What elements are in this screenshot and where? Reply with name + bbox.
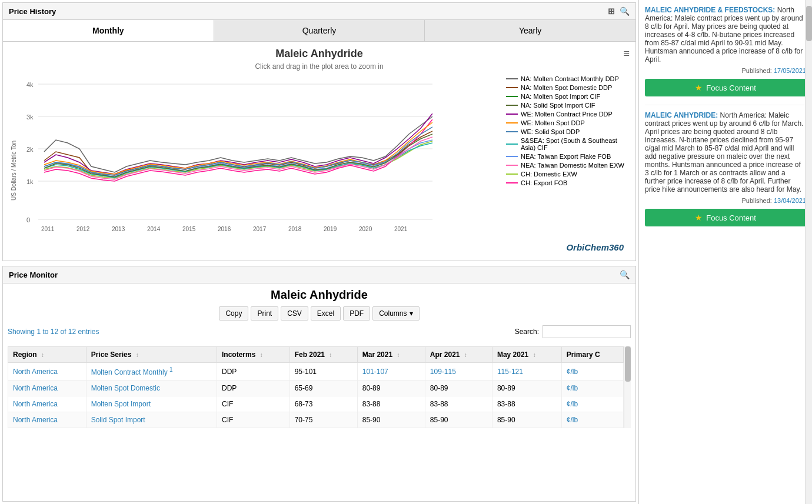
- main-content: Price History ⊞ 🔍 Monthly Quarterly Year…: [0, 0, 638, 504]
- scrollbar-track[interactable]: [624, 346, 631, 428]
- legend-item-8: S&SEA: Spot (South & Southeast Asia) CIF: [506, 137, 630, 151]
- search-icon[interactable]: 🔍: [620, 6, 630, 16]
- row4-primary[interactable]: ¢/lb: [567, 416, 578, 424]
- svg-text:2019: 2019: [324, 226, 337, 232]
- monitor-table-title: Maleic Anhydride: [8, 288, 631, 302]
- row4-price-series[interactable]: Solid Spot Import: [91, 416, 145, 424]
- showing-to: 12: [51, 328, 58, 336]
- col-mar[interactable]: Mar 2021 ↕: [357, 347, 425, 363]
- article-1-date: 17/05/2021: [774, 67, 806, 74]
- showing-text: Showing 1 to 12 of 12 entries: [8, 328, 99, 336]
- legend-color-5: [506, 114, 518, 115]
- columns-button[interactable]: Columns ▾: [372, 306, 419, 321]
- row2-apr: 80-89: [425, 380, 492, 396]
- row2-incoterms: DDP: [217, 380, 290, 396]
- svg-text:1k: 1k: [26, 178, 34, 185]
- row1-apr[interactable]: 109-115: [430, 368, 456, 376]
- col-region[interactable]: Region ↕: [8, 347, 86, 363]
- price-table: Region ↕ Price Series ↕ Incoterms ↕ Feb …: [8, 346, 624, 428]
- chart-svg-area[interactable]: 4k 3k 2k 1k 0 US Dollars / Metric Ton: [9, 75, 500, 240]
- article-1-published: Published: 17/05/2021: [645, 67, 806, 74]
- row4-apr: 85-90: [425, 412, 492, 428]
- focus-content-btn-2[interactable]: ★ Focus Content: [645, 209, 806, 226]
- row3-may: 83-88: [492, 396, 561, 412]
- legend-label-6: WE: Molten Spot DDP: [521, 119, 585, 126]
- col-incoterms[interactable]: Incoterms ↕: [217, 347, 290, 363]
- showing-entries: entries: [78, 328, 99, 336]
- col-may[interactable]: May 2021 ↕: [492, 347, 561, 363]
- row1-primary[interactable]: ¢/lb: [567, 368, 578, 376]
- row4-feb: 70-75: [289, 412, 357, 428]
- row4-region[interactable]: North America: [13, 416, 58, 424]
- row3-primary[interactable]: ¢/lb: [567, 400, 578, 408]
- chart-container: Maleic Anhydride Click and drag in the p…: [3, 42, 635, 258]
- price-history-header: Price History ⊞ 🔍: [3, 3, 635, 20]
- chart-menu-icon[interactable]: ≡: [623, 48, 630, 60]
- legend-color-8: [506, 143, 518, 145]
- row2-primary[interactable]: ¢/lb: [567, 384, 578, 392]
- col-primary[interactable]: Primary C: [561, 347, 623, 363]
- svg-text:2011: 2011: [41, 226, 55, 232]
- scrollbar-thumb[interactable]: [625, 346, 631, 382]
- monitor-inner: Maleic Anhydride Copy Print CSV Excel PD…: [3, 283, 635, 502]
- article-2-date: 13/04/2021: [774, 197, 806, 204]
- tab-yearly[interactable]: Yearly: [425, 20, 635, 41]
- table-icon[interactable]: ⊞: [608, 6, 615, 16]
- row1-mar[interactable]: 101-107: [362, 368, 388, 376]
- article-divider: [645, 105, 806, 105]
- row1-may[interactable]: 115-121: [497, 368, 523, 376]
- row2-feb: 65-69: [289, 380, 357, 396]
- search-input[interactable]: [543, 325, 631, 338]
- star-icon-1: ★: [695, 83, 703, 92]
- row2-price-series[interactable]: Molten Spot Domestic: [91, 384, 160, 392]
- focus-content-btn-1[interactable]: ★ Focus Content: [645, 79, 806, 96]
- legend-label-2: NA: Molten Spot Domestic DDP: [521, 84, 612, 91]
- chart-inner: 4k 3k 2k 1k 0 US Dollars / Metric Ton: [9, 75, 630, 240]
- tab-monthly[interactable]: Monthly: [3, 20, 214, 41]
- col-feb[interactable]: Feb 2021 ↕: [289, 347, 357, 363]
- legend-item-9: NEA: Taiwan Export Flake FOB: [506, 153, 630, 160]
- focus-content-label-1: Focus Content: [706, 84, 756, 92]
- row4-incoterms: CIF: [217, 412, 290, 428]
- legend-label-11: CH: Domestic EXW: [521, 171, 577, 178]
- legend-color-1: [506, 78, 518, 79]
- legend-color-7: [506, 131, 518, 132]
- chart-subtitle: Click and drag in the plot area to zoom …: [9, 62, 630, 71]
- legend-item-6: WE: Molten Spot DDP: [506, 119, 630, 126]
- legend-item-11: CH: Domestic EXW: [506, 171, 630, 178]
- price-monitor-panel: Price Monitor 🔍 Maleic Anhydride Copy Pr…: [2, 266, 636, 502]
- row3-apr: 83-88: [425, 396, 492, 412]
- csv-button[interactable]: CSV: [281, 306, 308, 321]
- col-apr[interactable]: Apr 2021 ↕: [425, 347, 492, 363]
- row2-region[interactable]: North America: [13, 384, 58, 392]
- showing-prefix: Showing: [8, 328, 36, 336]
- print-button[interactable]: Print: [251, 306, 278, 321]
- sidebar-scrollbar-thumb[interactable]: [806, 6, 812, 41]
- row3-price-series[interactable]: Molten Spot Import: [91, 400, 151, 408]
- row4-mar: 85-90: [357, 412, 425, 428]
- excel-button[interactable]: Excel: [311, 306, 341, 321]
- col-price-series[interactable]: Price Series ↕: [86, 347, 217, 363]
- legend-item-10: NEA: Taiwan Domestic Molten EXW: [506, 162, 630, 169]
- svg-text:0: 0: [26, 216, 30, 223]
- svg-text:4k: 4k: [26, 81, 34, 88]
- article-2-body: North America: Maleic contract prices we…: [645, 111, 803, 193]
- legend-label-8: S&SEA: Spot (South & Southeast Asia) CIF: [521, 137, 630, 151]
- copy-button[interactable]: Copy: [219, 306, 248, 321]
- legend-label-3: NA: Molten Spot Import CIF: [521, 93, 600, 100]
- legend-label-12: CH: Export FOB: [521, 179, 567, 186]
- monitor-search-icon[interactable]: 🔍: [620, 270, 630, 279]
- legend-label-1: NA: Molten Contract Monthly DDP: [521, 75, 619, 82]
- row1-price-series[interactable]: Molten Contract Monthly 1: [91, 368, 173, 376]
- sidebar-scrollbar-track[interactable]: [805, 0, 812, 504]
- row4-may: 85-90: [492, 412, 561, 428]
- svg-text:2012: 2012: [76, 226, 90, 232]
- row3-region[interactable]: North America: [13, 400, 58, 408]
- pdf-button[interactable]: PDF: [343, 306, 370, 321]
- table-scroll[interactable]: Region ↕ Price Series ↕ Incoterms ↕ Feb …: [8, 346, 624, 428]
- row1-region[interactable]: North America: [13, 368, 58, 376]
- tab-quarterly[interactable]: Quarterly: [214, 20, 425, 41]
- svg-text:2014: 2014: [147, 226, 161, 232]
- svg-text:2018: 2018: [288, 226, 302, 232]
- svg-text:US Dollars / Metric Ton: US Dollars / Metric Ton: [11, 141, 17, 201]
